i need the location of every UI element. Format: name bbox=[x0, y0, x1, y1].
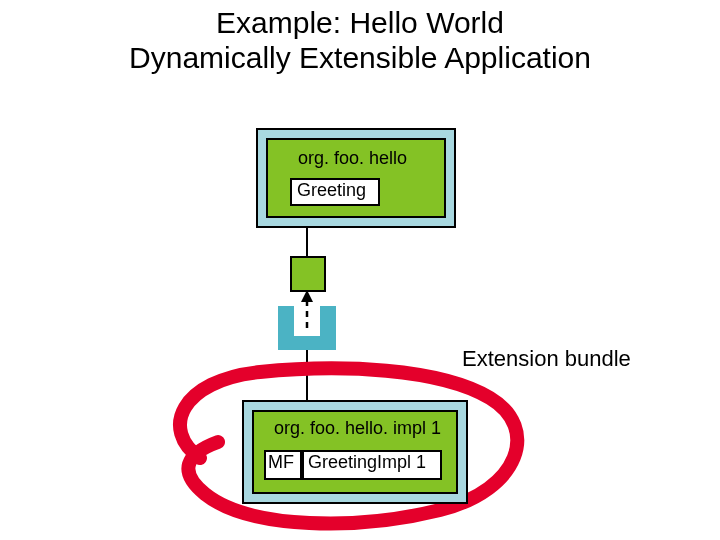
mf-label: MF bbox=[268, 452, 294, 473]
bottom-package-label: org. foo. hello. impl 1 bbox=[274, 418, 441, 439]
greeting-impl-label: GreetingImpl 1 bbox=[308, 452, 426, 473]
